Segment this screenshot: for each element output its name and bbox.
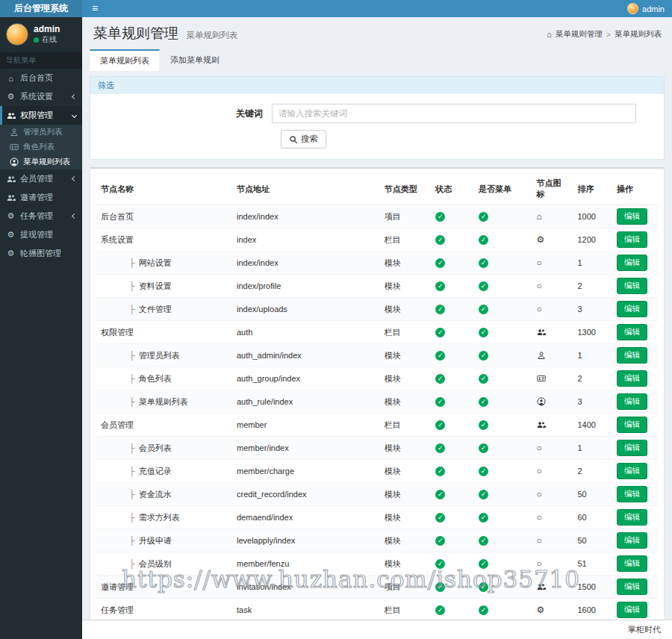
is-menu-cell[interactable]: ✓ <box>474 599 532 620</box>
sidebar-item[interactable]: 会员管理 <box>0 169 82 188</box>
sidebar-item-label: 系统设置 <box>20 91 53 102</box>
edit-button[interactable]: 编辑 <box>617 208 647 225</box>
edit-button[interactable]: 编辑 <box>617 486 647 502</box>
sort-value: 1 <box>573 252 612 275</box>
node-name: 会员管理 <box>101 420 134 429</box>
is-menu-cell[interactable]: ✓ <box>474 414 532 437</box>
status-cell[interactable]: ✓ <box>431 483 474 506</box>
status-cell[interactable]: ✓ <box>431 552 474 576</box>
is-menu-cell[interactable]: ✓ <box>474 275 532 298</box>
status-cell[interactable]: ✓ <box>431 414 474 437</box>
sidebar-item[interactable]: ⚙轮播图管理 <box>0 244 82 263</box>
cogs-icon: ⚙ <box>6 249 16 258</box>
edit-button[interactable]: 编辑 <box>617 555 647 572</box>
status-cell[interactable]: ✓ <box>431 576 474 599</box>
edit-button[interactable]: 编辑 <box>617 532 647 549</box>
edit-button[interactable]: 编辑 <box>617 301 647 317</box>
edit-button[interactable]: 编辑 <box>617 324 647 340</box>
node-name: 充值记录 <box>139 467 172 476</box>
search-button[interactable]: 搜索 <box>281 130 326 149</box>
status-cell[interactable]: ✓ <box>431 599 474 620</box>
is-menu-cell[interactable]: ✓ <box>474 576 532 599</box>
content-header: 菜单规则管理 菜单规则列表 ⌂菜单规则管理>菜单规则列表 <box>82 17 672 45</box>
chevron-left-icon <box>72 176 77 181</box>
is-menu-cell[interactable]: ✓ <box>474 298 532 321</box>
sidebar-subitem[interactable]: 管理员列表 <box>0 125 82 140</box>
status-cell[interactable]: ✓ <box>431 460 474 483</box>
tree-branch-icon: ├ <box>129 258 137 267</box>
breadcrumb-item[interactable]: 菜单规则列表 <box>615 29 662 40</box>
sidebar-toggle-button[interactable]: ≡ <box>82 0 108 17</box>
status-cell[interactable]: ✓ <box>431 367 474 390</box>
node-path: index/profile <box>232 275 380 298</box>
circle-icon: ○ <box>537 281 542 291</box>
is-menu-cell[interactable]: ✓ <box>474 367 532 390</box>
is-menu-cell[interactable]: ✓ <box>474 205 532 228</box>
sidebar-item[interactable]: ⚙提现管理 <box>0 225 82 244</box>
is-menu-cell[interactable]: ✓ <box>474 252 532 275</box>
edit-button[interactable]: 编辑 <box>617 278 647 294</box>
node-type: 模块 <box>380 460 431 483</box>
sidebar-item[interactable]: ⌂后台首页 <box>0 69 82 87</box>
edit-button[interactable]: 编辑 <box>617 347 647 364</box>
is-menu-cell[interactable]: ✓ <box>474 552 532 576</box>
edit-button[interactable]: 编辑 <box>617 255 647 271</box>
edit-button[interactable]: 编辑 <box>617 579 647 595</box>
check-circle-icon: ✓ <box>479 490 488 499</box>
check-circle-icon: ✓ <box>435 235 445 245</box>
status-cell[interactable]: ✓ <box>431 529 474 552</box>
sidebar-subitem[interactable]: 菜单规则列表 <box>0 155 82 169</box>
status-cell[interactable]: ✓ <box>431 390 474 414</box>
status-cell[interactable]: ✓ <box>431 321 474 344</box>
node-type: 模块 <box>380 252 431 275</box>
sidebar-item[interactable]: 邀请管理 <box>0 188 82 207</box>
is-menu-cell[interactable]: ✓ <box>474 321 532 344</box>
is-menu-cell[interactable]: ✓ <box>474 506 532 529</box>
is-menu-cell[interactable]: ✓ <box>474 344 532 367</box>
edit-button[interactable]: 编辑 <box>617 417 647 433</box>
edit-button[interactable]: 编辑 <box>617 463 647 479</box>
sidebar-item[interactable]: 权限管理 <box>0 106 82 125</box>
is-menu-cell[interactable]: ✓ <box>474 228 532 252</box>
tab-active[interactable]: 菜单规则列表 <box>90 49 160 71</box>
breadcrumb-item[interactable]: 菜单规则管理 <box>556 29 603 40</box>
is-menu-cell[interactable]: ✓ <box>474 437 532 460</box>
status-cell[interactable]: ✓ <box>431 506 474 529</box>
sidebar-item[interactable]: ⚙任务管理 <box>0 207 82 225</box>
status-cell[interactable]: ✓ <box>431 298 474 321</box>
is-menu-cell[interactable]: ✓ <box>474 483 532 506</box>
node-type: 栏目 <box>380 414 431 437</box>
check-circle-icon: ✓ <box>435 397 445 407</box>
status-cell[interactable]: ✓ <box>431 275 474 298</box>
is-menu-cell[interactable]: ✓ <box>474 529 532 552</box>
status-cell[interactable]: ✓ <box>431 205 474 228</box>
check-circle-icon: ✓ <box>435 258 445 268</box>
node-path: task <box>232 599 380 620</box>
edit-button[interactable]: 编辑 <box>617 602 647 618</box>
edit-button[interactable]: 编辑 <box>617 509 647 526</box>
edit-button[interactable]: 编辑 <box>617 231 647 248</box>
table-row: ├ 升级申请levelapply/index模块✓✓○50编辑 <box>96 529 658 552</box>
edit-button[interactable]: 编辑 <box>617 370 647 387</box>
node-type: 栏目 <box>380 599 431 620</box>
status-cell[interactable]: ✓ <box>431 437 474 460</box>
check-circle-icon: ✓ <box>435 559 445 569</box>
navbar-user-menu[interactable]: admin <box>627 0 665 17</box>
status-cell[interactable]: ✓ <box>431 252 474 275</box>
edit-button[interactable]: 编辑 <box>617 440 647 456</box>
is-menu-cell[interactable]: ✓ <box>474 390 532 414</box>
check-circle-icon: ✓ <box>479 559 488 569</box>
check-circle-icon: ✓ <box>479 582 488 592</box>
sidebar-subitem[interactable]: 角色列表 <box>0 140 82 155</box>
status-cell[interactable]: ✓ <box>431 344 474 367</box>
keyword-input[interactable] <box>272 104 636 123</box>
tree-branch-icon: ├ <box>129 397 137 406</box>
chevron-left-icon <box>72 213 77 219</box>
tab-inactive[interactable]: 添加菜单规则 <box>160 49 230 71</box>
app-brand: 后台管理系统 <box>0 0 82 17</box>
edit-button[interactable]: 编辑 <box>617 393 647 410</box>
node-path: invitation/index <box>232 576 380 599</box>
is-menu-cell[interactable]: ✓ <box>474 460 532 483</box>
status-cell[interactable]: ✓ <box>431 228 474 252</box>
sidebar-item[interactable]: ⚙系统设置 <box>0 87 82 106</box>
